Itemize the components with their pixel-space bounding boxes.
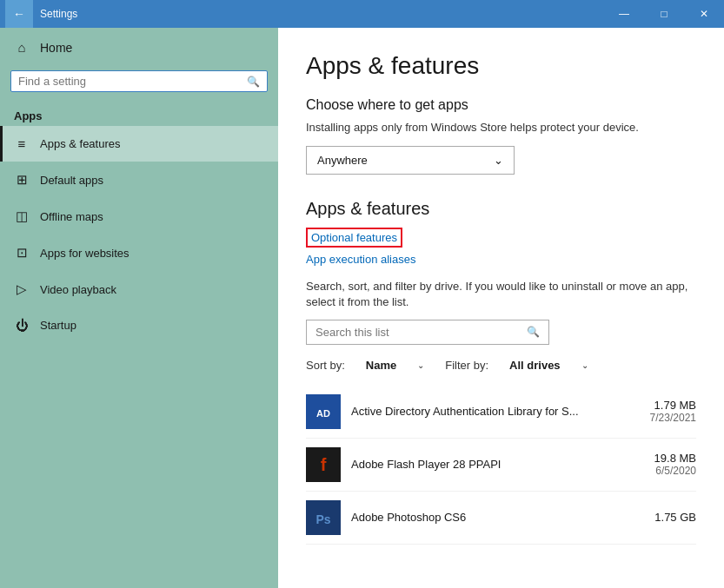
sidebar-search-input[interactable] <box>18 75 247 88</box>
sort-label: Sort by: <box>306 359 345 372</box>
dropdown-chevron-icon: ⌄ <box>494 154 503 167</box>
search-icon: 🔍 <box>527 326 540 338</box>
app-icon: f <box>306 447 341 482</box>
app-icon: AD <box>306 394 341 429</box>
choose-heading: Choose where to get apps <box>306 97 696 113</box>
app-size-col: 1.75 GB <box>654 511 696 524</box>
app-size-col: 19.8 MB 6/5/2020 <box>654 452 696 477</box>
search-description: Search, sort, and filter by drive. If yo… <box>306 279 696 310</box>
app-size: 19.8 MB <box>654 452 696 465</box>
app-search-input[interactable] <box>316 326 527 339</box>
app-size: 1.75 GB <box>654 511 696 524</box>
sidebar-section-label: Apps <box>0 102 278 126</box>
dropdown-value: Anywhere <box>317 154 368 167</box>
titlebar: ← Settings — □ ✕ <box>0 0 724 28</box>
app-size: 1.79 MB <box>650 399 696 412</box>
app-size-col: 1.79 MB 7/23/2021 <box>650 399 696 424</box>
home-label: Home <box>40 41 72 55</box>
sort-chevron-icon[interactable]: ⌄ <box>417 360 424 370</box>
sidebar-search-box[interactable]: 🔍 <box>10 70 268 92</box>
page-title: Apps & features <box>306 52 696 80</box>
sidebar-item-label: Video playback <box>40 283 116 296</box>
back-icon: ← <box>13 7 25 21</box>
startup-icon: ⏻ <box>14 318 30 333</box>
app-date: 7/23/2021 <box>650 412 696 424</box>
where-to-get-apps-dropdown[interactable]: Anywhere ⌄ <box>306 146 515 175</box>
sidebar-item-offline-maps[interactable]: ◫ Offline maps <box>0 198 278 235</box>
sidebar-search-icon: 🔍 <box>247 76 260 88</box>
app-list-item[interactable]: f Adobe Flash Player 28 PPAPI 19.8 MB 6/… <box>306 439 696 492</box>
filter-chevron-icon[interactable]: ⌄ <box>581 360 588 370</box>
app-execution-link[interactable]: App execution aliases <box>306 253 415 266</box>
sidebar-item-apps-websites[interactable]: ⊡ Apps for websites <box>0 235 278 271</box>
sidebar-item-label: Apps & features <box>40 137 121 150</box>
content-area: Apps & features Choose where to get apps… <box>278 28 724 588</box>
app-name: Adobe Photoshop CS6 <box>351 511 644 524</box>
apps-websites-icon: ⊡ <box>14 245 30 261</box>
app-info: Adobe Flash Player 28 PPAPI <box>351 458 644 471</box>
app-icon: Ps <box>306 500 341 535</box>
window-controls: — □ ✕ <box>604 0 724 28</box>
apps-features-icon: ≡ <box>14 136 30 151</box>
sidebar: ⌂ Home 🔍 Apps ≡ Apps & features ⊞ Defaul… <box>0 28 278 588</box>
home-icon: ⌂ <box>14 40 30 55</box>
close-icon: ✕ <box>700 8 708 20</box>
app-list-item[interactable]: AD Active Directory Authentication Libra… <box>306 386 696 439</box>
titlebar-left: ← Settings <box>0 0 77 28</box>
svg-text:f: f <box>321 455 327 474</box>
app-date: 6/5/2020 <box>654 465 696 477</box>
sort-value[interactable]: Name <box>366 359 396 372</box>
sidebar-item-video-playback[interactable]: ▷ Video playback <box>0 271 278 307</box>
filter-label: Filter by: <box>445 359 488 372</box>
optional-features-row: Optional features <box>306 228 696 248</box>
app-list-item[interactable]: Ps Adobe Photoshop CS6 1.75 GB <box>306 492 696 545</box>
choose-description: Installing apps only from Windows Store … <box>306 120 696 135</box>
app-name: Active Directory Authentication Library … <box>351 405 640 418</box>
optional-features-link[interactable]: Optional features <box>306 228 402 248</box>
app-name: Adobe Flash Player 28 PPAPI <box>351 458 644 471</box>
apps-features-section-title: Apps & features <box>306 199 696 219</box>
sidebar-item-label: Offline maps <box>40 210 103 223</box>
video-playback-icon: ▷ <box>14 281 30 297</box>
app-search-box[interactable]: 🔍 <box>306 320 549 345</box>
back-button[interactable]: ← <box>5 0 33 28</box>
default-apps-icon: ⊞ <box>14 172 30 188</box>
sidebar-item-apps-features[interactable]: ≡ Apps & features <box>0 126 278 162</box>
app-execution-row: App execution aliases <box>306 251 696 267</box>
maximize-button[interactable]: □ <box>644 0 684 28</box>
minimize-icon: — <box>619 8 629 20</box>
window-title: Settings <box>40 8 77 20</box>
sidebar-item-label: Startup <box>40 319 76 332</box>
sidebar-item-default-apps[interactable]: ⊞ Default apps <box>0 162 278 198</box>
app-info: Active Directory Authentication Library … <box>351 405 640 418</box>
minimize-button[interactable]: — <box>604 0 644 28</box>
maximize-icon: □ <box>661 8 667 20</box>
svg-text:AD: AD <box>316 408 330 419</box>
svg-text:Ps: Ps <box>316 512 330 526</box>
app-info: Adobe Photoshop CS6 <box>351 511 644 524</box>
sort-filter-row: Sort by: Name ⌄ Filter by: All drives ⌄ <box>306 359 696 372</box>
close-button[interactable]: ✕ <box>684 0 724 28</box>
filter-value[interactable]: All drives <box>509 359 561 372</box>
app-list: AD Active Directory Authentication Libra… <box>306 386 696 545</box>
sidebar-item-home[interactable]: ⌂ Home <box>0 28 278 67</box>
sidebar-item-label: Default apps <box>40 174 103 187</box>
main-layout: ⌂ Home 🔍 Apps ≡ Apps & features ⊞ Defaul… <box>0 28 724 588</box>
sidebar-item-label: Apps for websites <box>40 247 130 260</box>
offline-maps-icon: ◫ <box>14 208 30 224</box>
sidebar-item-startup[interactable]: ⏻ Startup <box>0 307 278 343</box>
